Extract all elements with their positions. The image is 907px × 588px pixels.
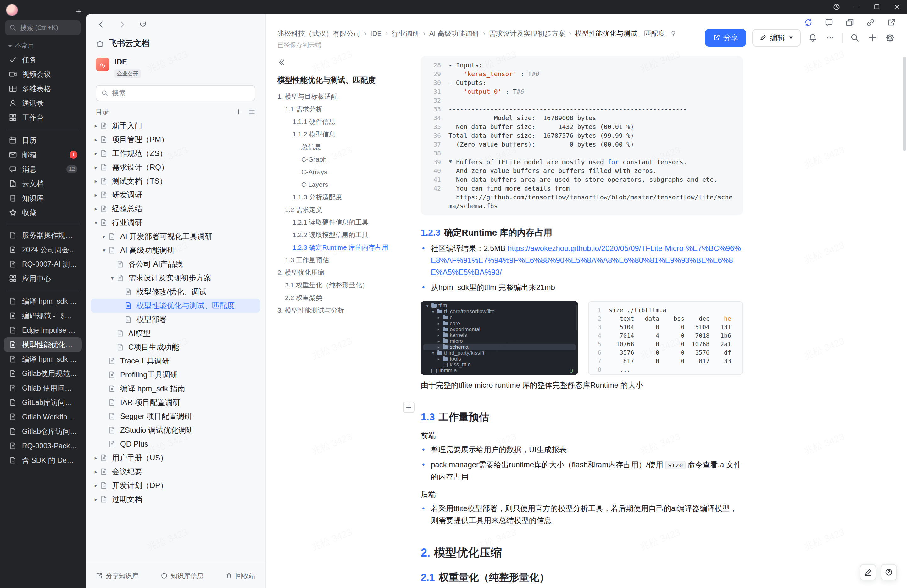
- share-wiki-button[interactable]: 分享知识库: [96, 571, 139, 580]
- pinned-doc[interactable]: 编译 hpm_sdk 指南 -...: [4, 294, 82, 308]
- windows-icon[interactable]: [844, 17, 856, 28]
- breadcrumb-item[interactable]: AI 高级功能调研: [429, 29, 489, 38]
- doc-tree-item[interactable]: ▸ 测试文档（TS）: [91, 174, 260, 188]
- wiki-search-input[interactable]: [112, 89, 250, 97]
- doc-tree-item[interactable]: Profiling工具调研: [91, 368, 260, 382]
- rail-item-messages[interactable]: 消息 12: [4, 162, 82, 176]
- tree-chevron-icon[interactable]: ▸: [92, 164, 100, 171]
- rail-item-contacts[interactable]: 通讯录: [4, 96, 82, 111]
- doc-tree-item[interactable]: ▾ AI 高级功能调研: [91, 244, 260, 257]
- doc-tree-item[interactable]: ▸ 开发计划（DP）: [91, 479, 260, 492]
- outline-item[interactable]: C-Arrays: [277, 166, 412, 178]
- tree-chevron-icon[interactable]: ▾: [108, 275, 116, 281]
- app-home[interactable]: 飞书云文档: [85, 32, 266, 51]
- doc-tree-item[interactable]: ▸ 工作规范（ZS）: [91, 147, 260, 160]
- sort-icon[interactable]: [248, 109, 255, 115]
- rail-item-wiki[interactable]: 知识库: [4, 191, 82, 205]
- tree-chevron-icon[interactable]: ▾: [100, 247, 108, 254]
- doc-tree-item[interactable]: ▸ 用户手册（US）: [91, 451, 260, 465]
- tree-chevron-icon[interactable]: ▸: [92, 150, 100, 157]
- share-button[interactable]: 分享: [705, 29, 746, 46]
- rail-item-calendar[interactable]: 日历: [4, 133, 82, 147]
- tree-chevron-icon[interactable]: ▸: [92, 178, 100, 184]
- pinned-doc[interactable]: Gitlab 使用问题汇总 -...: [4, 381, 82, 395]
- add-page-icon[interactable]: [235, 109, 242, 115]
- pinned-doc[interactable]: RQ-0003-Pack 本地导...: [4, 439, 82, 453]
- outline-item[interactable]: C-Graph: [277, 153, 412, 166]
- wiki-pin-icon[interactable]: [670, 30, 677, 37]
- search-icon[interactable]: [849, 32, 861, 43]
- doc-tree-item[interactable]: AI模型: [91, 326, 260, 340]
- pinned-doc[interactable]: GitLab库访问权限 - 飞...: [4, 395, 82, 410]
- doc-tree-item[interactable]: ZStudio 调试优化调研: [91, 423, 260, 437]
- breadcrumb-item[interactable]: IDE: [370, 30, 391, 38]
- rail-item-cloud-docs[interactable]: 云文档: [4, 176, 82, 191]
- doc-tree-item[interactable]: 模型修改/优化、调试: [91, 285, 260, 299]
- insert-block-button[interactable]: [403, 402, 415, 413]
- outline-item[interactable]: 1.2.2 读取模型信息的工具: [277, 229, 412, 241]
- rail-item-app-center[interactable]: 应用中心: [4, 271, 82, 286]
- doc-tree-item[interactable]: 编译 hpm_sdk 指南: [91, 382, 260, 396]
- outline-item[interactable]: C-Layers: [277, 178, 412, 191]
- pinned-doc[interactable]: RQ-0007-AI 测试需求...: [4, 257, 82, 271]
- terminal-screenshot[interactable]: 1 size ./libtflm.a 2 text data bss dec h…: [588, 301, 743, 375]
- pinned-doc[interactable]: Gitlab仓库访问申请记...: [4, 424, 82, 439]
- annotate-button[interactable]: [860, 564, 876, 580]
- scrollbar-thumb[interactable]: [903, 57, 906, 151]
- pinned-doc[interactable]: 编码规范 - 飞书文档: [4, 308, 82, 323]
- space-header[interactable]: IDE 企业公开: [85, 51, 266, 79]
- back-icon[interactable]: [96, 19, 107, 30]
- doc-tree-item[interactable]: ▾ 行业调研: [91, 216, 260, 229]
- outline-item[interactable]: 2.2 权重聚类: [277, 292, 412, 304]
- create-icon[interactable]: [867, 32, 878, 43]
- collapse-outline-icon[interactable]: [277, 58, 412, 66]
- pinned-doc[interactable]: Edge Impulse - 飞书云...: [4, 323, 82, 337]
- outline-item[interactable]: 总信息: [277, 141, 412, 153]
- tree-chevron-icon[interactable]: ▸: [100, 233, 108, 240]
- wiki-search[interactable]: [96, 85, 255, 101]
- outline-item[interactable]: 2. 模型优化压缩: [277, 266, 412, 279]
- pinned-doc[interactable]: 2024 公司周会 - 飞书云...: [4, 242, 82, 257]
- wiki-info-button[interactable]: 知识库信息: [161, 571, 204, 580]
- pinned-doc[interactable]: Gitlab使用规范 - 飞书...: [4, 366, 82, 381]
- outline-item[interactable]: 1. 模型与目标板适配: [277, 90, 412, 103]
- doc-tree-item[interactable]: ▾ 需求设计及实现初步方案: [91, 271, 260, 285]
- tree-chevron-icon[interactable]: ▸: [92, 482, 100, 489]
- forward-icon[interactable]: [116, 19, 128, 30]
- doc-tree-item[interactable]: ▸ 研发调研: [91, 188, 260, 202]
- outline-item[interactable]: 1.1.2 模型信息: [277, 128, 412, 141]
- rail-item-tasks[interactable]: 任务: [4, 53, 82, 67]
- tree-chevron-icon[interactable]: ▸: [92, 206, 100, 212]
- open-in-app-icon[interactable]: [886, 17, 897, 28]
- outline-item[interactable]: 2.1 权重量化（纯整形量化）: [277, 279, 412, 292]
- breadcrumb-item[interactable]: 兆松科技（武汉）有限公司: [277, 29, 370, 38]
- outline-item[interactable]: 1.1.3 分析适配度: [277, 191, 412, 203]
- maximize-icon[interactable]: [872, 2, 882, 12]
- settings-gear-icon[interactable]: [885, 32, 896, 43]
- section-infrequent[interactable]: 不常用: [8, 42, 78, 50]
- search-input[interactable]: [20, 24, 76, 32]
- doc-tree-item[interactable]: ▸ 过期文档: [91, 492, 260, 506]
- doc-tree-item[interactable]: 各公司 AI产品线: [91, 257, 260, 271]
- breadcrumb-item[interactable]: 模型性能优化与测试、匹配度: [575, 29, 665, 38]
- doc-tree-item[interactable]: Trace工具调研: [91, 354, 260, 368]
- refresh-icon[interactable]: [137, 19, 149, 30]
- edit-button[interactable]: 编辑: [752, 29, 801, 46]
- doc-tree-item[interactable]: 模型部署: [91, 312, 260, 326]
- pinned-doc[interactable]: 编译 hpm_sdk 指南 -...: [4, 352, 82, 366]
- outline-item[interactable]: 1.1.1 硬件信息: [277, 115, 412, 128]
- outline-item[interactable]: 1.2 需求定义: [277, 203, 412, 216]
- outline-item[interactable]: 1.3 工作量预估: [277, 254, 412, 266]
- link-icon[interactable]: [865, 17, 876, 28]
- more-icon[interactable]: [825, 32, 836, 43]
- comment-icon[interactable]: [823, 17, 835, 28]
- trash-button[interactable]: 回收站: [226, 571, 255, 580]
- file-tree-screenshot[interactable]: ▾ tflm ▾ tf_core/tensorflow/lite: [421, 301, 578, 375]
- doc-tree-item[interactable]: ▸ AI 开发部署可视化工具调研: [91, 229, 260, 244]
- rail-item-favorites[interactable]: 收藏: [4, 205, 82, 220]
- tree-chevron-icon[interactable]: ▸: [92, 136, 100, 143]
- doc-tree-item[interactable]: ▸ 需求设计（RQ）: [91, 160, 260, 174]
- rail-item-video-meeting[interactable]: 视频会议: [4, 67, 82, 82]
- rail-item-mail[interactable]: 邮箱 1: [4, 147, 82, 162]
- rail-item-workbench[interactable]: 工作台: [4, 111, 82, 125]
